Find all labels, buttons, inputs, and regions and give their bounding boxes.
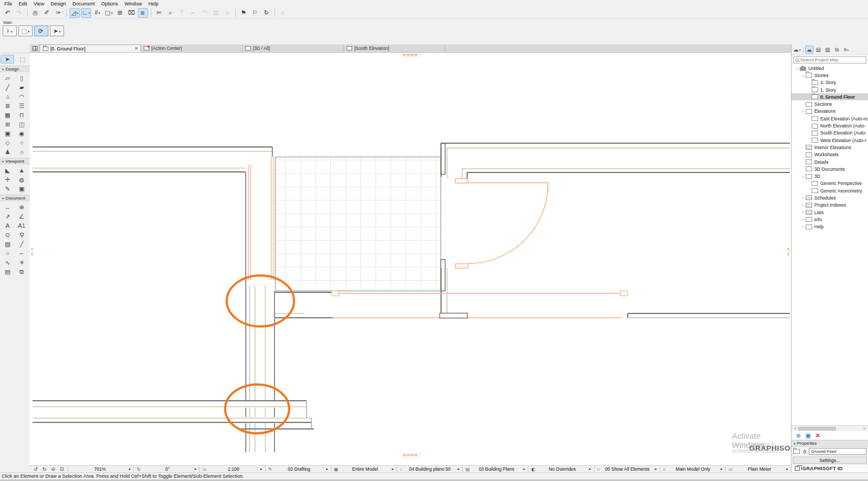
layout-book-icon[interactable]: ▥ <box>824 46 832 54</box>
skylight-tool[interactable]: ◫ <box>15 120 29 129</box>
flyout-arrow-icon[interactable]: ▸ <box>655 467 657 471</box>
node-lists[interactable]: › Lists <box>792 209 868 216</box>
tab-action-center[interactable]: [Action Center] <box>141 44 242 52</box>
flyout-arrow-icon[interactable]: ▸ <box>787 467 789 471</box>
fill-tool[interactable]: ▨ <box>1 240 15 248</box>
properties-header[interactable]: ▾ Properties <box>792 440 868 447</box>
gravity-icon[interactable]: ▢ ▾ <box>104 8 114 18</box>
slab-tool[interactable]: ▰ <box>15 83 29 92</box>
node-interior-elevations[interactable]: Interior Elevations <box>792 144 868 151</box>
camera-tool[interactable]: ▣ <box>15 184 29 193</box>
arc-edit-icon[interactable]: ◠ <box>200 8 210 18</box>
wall-preview-button[interactable]: ⊦ ▸ <box>3 25 17 36</box>
flag-outline-icon[interactable]: ⚐ <box>250 8 260 18</box>
menu-item[interactable]: Edit <box>16 1 31 7</box>
settings-button[interactable]: Settings... <box>793 457 867 464</box>
node-generic-perspective[interactable]: Generic Perspective <box>792 180 868 187</box>
elevation-tool[interactable]: ▲ <box>15 166 29 175</box>
zoom-out-icon[interactable]: ⊖ <box>51 466 55 472</box>
redo-icon[interactable]: ↷ <box>14 8 24 18</box>
section-tool[interactable]: ◣ <box>1 166 15 175</box>
flyout-arrow-icon[interactable]: ▸ <box>129 467 131 471</box>
node-project-indexes[interactable]: › Project Indexes <box>792 202 868 209</box>
tab-south-elevation[interactable]: [South Elevation] <box>344 44 445 52</box>
furnishing-tool[interactable]: ♟ <box>1 147 15 156</box>
project-map-icon[interactable]: ☁ <box>805 46 814 54</box>
node-north-elevation[interactable]: North Elevation (Auto- <box>792 122 868 129</box>
node-3d-documents[interactable]: 3D Documents <box>792 165 868 172</box>
marquee-preview-button[interactable]: ⬚ ▸ <box>18 25 33 36</box>
wall-tool[interactable]: ▱ <box>1 74 15 82</box>
tab-close-icon[interactable]: × <box>135 46 138 52</box>
node-untitled[interactable]: ⌄ Untitled <box>792 65 868 72</box>
tree-caret-icon[interactable]: ⌄ <box>800 109 806 113</box>
menu-item[interactable]: Options <box>98 1 121 7</box>
door-swing[interactable] <box>456 179 548 268</box>
hotspot-tool[interactable]: ⊙ <box>1 230 15 239</box>
tree-caret-icon[interactable]: › <box>800 217 806 221</box>
node-story-0[interactable]: 0. Ground Floor <box>792 93 868 100</box>
node-worksheets[interactable]: Worksheets <box>792 151 868 158</box>
node-stories[interactable]: ⌄ Stories <box>792 72 868 79</box>
node-info[interactable]: › Info <box>792 216 868 223</box>
tree-caret-icon[interactable]: › <box>800 225 806 229</box>
detail-tool[interactable]: ✎ <box>1 184 15 193</box>
more-tools-icon[interactable]: ◌ <box>278 8 288 18</box>
tree-caret-icon[interactable]: › <box>800 203 806 207</box>
tree-caret-icon[interactable]: ⌄ <box>800 73 806 78</box>
shell-tool[interactable]: ◠ <box>15 92 29 101</box>
trim-icon[interactable]: ✄ <box>154 8 164 18</box>
markup-circle-bottom[interactable] <box>225 384 289 433</box>
flyout-arrow-icon[interactable]: ▸ <box>589 467 591 471</box>
flyout-arrow-icon[interactable]: ▸ <box>524 467 526 471</box>
tab-3d-all[interactable]: [3D / All] <box>242 44 344 52</box>
delete-viewpoint-icon[interactable]: ✕ <box>815 432 820 439</box>
node-schedules[interactable]: › Schedules <box>792 194 868 201</box>
tree-caret-icon[interactable]: › <box>800 210 806 214</box>
node-south-elevation[interactable]: South Elevation (Auto- <box>792 130 868 137</box>
node-help[interactable]: › Help <box>792 223 868 230</box>
fit-in-window-icon[interactable]: ⊡ <box>60 466 64 472</box>
figure-tool[interactable]: ▤ <box>1 267 15 276</box>
pen-set[interactable]: ✎ 02 Drafting ▸ <box>265 466 331 472</box>
flyout-arrow-icon[interactable]: ▸ <box>392 467 394 471</box>
flyout-arrow-icon[interactable]: ▸ <box>260 467 263 471</box>
guide-lines-icon[interactable]: ◿ ▾ <box>69 8 80 18</box>
toolbox-section-design[interactable]: ▾ Design <box>0 66 30 72</box>
tree-caret-icon[interactable]: ⌄ <box>800 174 806 178</box>
radial-dimension-tool[interactable]: ⇗ <box>1 212 15 221</box>
pick-up-parameters-icon[interactable]: ✐ <box>42 8 52 18</box>
viewpoint-settings-icon[interactable]: ▣ <box>805 432 810 439</box>
renovation-filter[interactable]: ⌂ 00 Show All Elements ▸ <box>594 466 660 472</box>
next-zoom-icon[interactable]: ↻ <box>42 466 47 472</box>
marker-tool[interactable]: ✳ <box>15 258 29 267</box>
intersect-icon[interactable]: ⊡ <box>211 8 221 18</box>
opening-tool[interactable]: ▣ <box>1 129 15 138</box>
menu-item[interactable]: View <box>30 1 47 7</box>
lamp-tool[interactable]: ☼ <box>15 147 29 156</box>
navigator-menu-icon[interactable]: ≡ ▸ <box>842 46 851 54</box>
project-map-search[interactable] <box>793 56 866 63</box>
angle-dimension-tool[interactable]: ∠ <box>15 212 29 221</box>
node-elevations[interactable]: ⌄ Elevations <box>792 108 868 115</box>
label-tool[interactable]: A1 <box>15 221 29 230</box>
tiled-room[interactable] <box>276 144 445 291</box>
stair-tool[interactable]: ≣ <box>1 101 15 110</box>
arrow-tool-button[interactable]: ➤ ▸ <box>50 25 64 36</box>
marquee-mode-icon[interactable]: ⧈ <box>138 8 148 18</box>
model-view-options[interactable]: ▤ 03 Building Plans ▸ <box>462 466 528 472</box>
undo-icon[interactable]: ↶ <box>3 8 13 18</box>
roof-tool[interactable]: ⌂ <box>1 92 15 101</box>
publisher-icon[interactable]: ⧉ <box>833 46 841 54</box>
flyout-arrow-icon[interactable]: ▸ <box>720 467 723 471</box>
snap-guides-icon[interactable]: ∟ ▾ <box>81 8 91 18</box>
suspend-groups-icon[interactable]: ⌧ <box>126 8 137 18</box>
inject-parameters-icon[interactable]: ✑ <box>53 8 63 18</box>
zone-tool[interactable]: ○ <box>15 138 29 147</box>
arc-circle-tool[interactable]: ○ <box>1 249 15 258</box>
window-tool[interactable]: ⊞ <box>1 120 15 129</box>
rebuild-icon[interactable]: ↻ <box>261 8 272 18</box>
graphic-override[interactable]: ◧ No Overrides ▸ <box>528 466 593 472</box>
zone-stamp-tool[interactable]: ⚲ <box>15 230 29 239</box>
structure-display[interactable]: ▦ Entire Model ▸ <box>331 466 397 472</box>
